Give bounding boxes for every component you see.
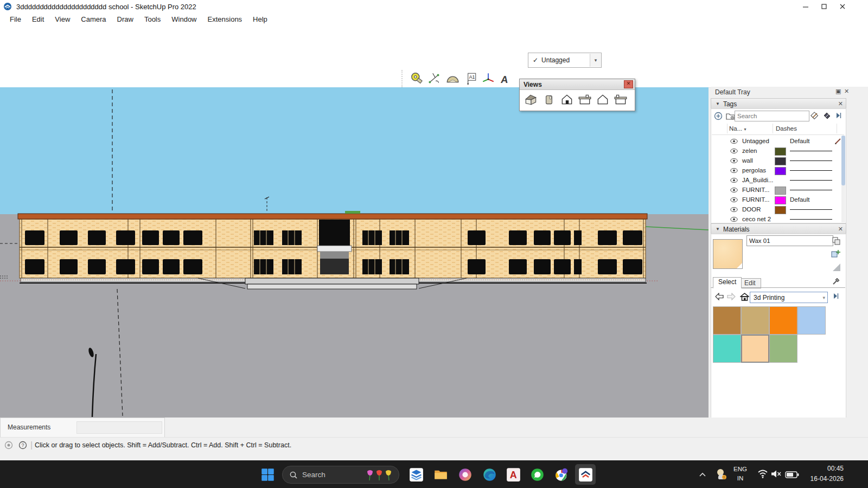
layers-app-icon[interactable] xyxy=(406,464,426,485)
edit-tag-icon[interactable] xyxy=(810,112,820,121)
tag-row[interactable]: DOOR xyxy=(711,205,841,215)
materials-close-icon[interactable]: ✕ xyxy=(838,226,843,233)
tag-row[interactable]: zelen xyxy=(711,146,841,156)
whatsapp-icon[interactable] xyxy=(527,464,547,485)
modeling-viewport[interactable] xyxy=(0,87,709,418)
tag-search-input[interactable] xyxy=(735,111,809,121)
chevron-down-icon[interactable]: ▾ xyxy=(590,54,601,67)
right-view-button[interactable] xyxy=(576,91,593,108)
menu-help[interactable]: Help xyxy=(247,14,273,24)
menu-window[interactable]: Window xyxy=(166,14,202,24)
weather-tray-icon[interactable]: ! xyxy=(715,467,729,483)
material-swatch[interactable] xyxy=(713,335,741,363)
sketchup-app-icon-active[interactable] xyxy=(575,464,596,485)
left-view-button[interactable] xyxy=(611,91,629,108)
menu-edit[interactable]: Edit xyxy=(27,14,49,24)
materials-section-header[interactable]: ▼ Materials ✕ xyxy=(711,223,846,235)
materials-details-icon[interactable] xyxy=(832,292,840,301)
visibility-eye-icon[interactable] xyxy=(730,197,738,204)
tag-color-swatch[interactable] xyxy=(775,196,786,204)
tags-scrollbar[interactable] xyxy=(841,136,845,222)
material-swatch[interactable] xyxy=(797,306,826,335)
text-icon[interactable]: A1 xyxy=(461,69,479,88)
tag-row[interactable]: FURNIT... Default xyxy=(711,195,841,205)
dash-style[interactable] xyxy=(790,170,832,171)
tags-section-header[interactable]: ▼ Tags ✕ xyxy=(711,98,846,110)
menu-draw[interactable]: Draw xyxy=(112,14,139,24)
visibility-eye-icon[interactable] xyxy=(730,158,738,165)
tag-color-swatch[interactable] xyxy=(775,147,786,156)
collapse-triangle-icon[interactable]: ▼ xyxy=(716,227,720,232)
minimize-button[interactable] xyxy=(796,1,815,12)
tag-row[interactable]: ceco net 2 xyxy=(711,215,841,222)
tag-row[interactable]: FURNIT... xyxy=(711,185,841,195)
edge-icon[interactable] xyxy=(479,464,500,485)
views-title-bar[interactable]: Views ✕ xyxy=(520,79,635,90)
material-swatch[interactable] xyxy=(769,306,797,335)
visibility-eye-icon[interactable] xyxy=(730,216,738,222)
copilot-icon[interactable] xyxy=(455,464,475,485)
sample-paint-eyedropper-icon[interactable] xyxy=(832,277,840,287)
tag-row[interactable]: JA_Buildi... xyxy=(711,176,841,185)
battery-icon[interactable] xyxy=(785,471,799,480)
3d-text-icon[interactable]: A xyxy=(497,69,515,88)
forward-arrow-icon[interactable] xyxy=(726,291,737,302)
tags-details-icon[interactable] xyxy=(835,112,843,121)
material-name-input[interactable] xyxy=(746,235,833,246)
visibility-eye-icon[interactable] xyxy=(730,187,738,195)
material-collection-dropdown[interactable]: 3d Printing ▾ xyxy=(750,292,828,303)
protractor-icon[interactable] xyxy=(443,69,461,88)
file-explorer-icon[interactable] xyxy=(430,464,451,485)
menu-camera[interactable]: Camera xyxy=(75,14,111,24)
in-model-home-icon[interactable] xyxy=(739,291,750,302)
collapse-triangle-icon[interactable]: ▼ xyxy=(716,101,720,106)
visibility-eye-icon[interactable] xyxy=(730,207,738,214)
dashes-column-header[interactable]: Dashes xyxy=(776,125,797,132)
purge-tags-icon[interactable] xyxy=(823,112,832,121)
taskbar-search[interactable]: Search xyxy=(282,466,399,484)
axes-icon[interactable] xyxy=(479,69,497,88)
wifi-icon[interactable] xyxy=(757,469,768,481)
language-indicator[interactable]: ENG IN xyxy=(733,465,747,483)
tray-close-icon[interactable]: ✕ xyxy=(844,88,849,95)
dimension-icon[interactable] xyxy=(425,69,443,88)
help-icon[interactable]: ? xyxy=(18,441,27,452)
tape-measure-icon[interactable] xyxy=(407,69,425,88)
autocad-icon[interactable]: A xyxy=(503,464,524,485)
active-tag-dropdown[interactable]: ✓ Untagged ▾ xyxy=(528,53,602,68)
tag-row[interactable]: wall xyxy=(711,156,841,166)
material-swatch[interactable] xyxy=(769,335,797,363)
secondary-pane-icon[interactable] xyxy=(832,237,840,247)
material-swatch[interactable] xyxy=(713,306,741,335)
tag-row[interactable]: pergolas xyxy=(711,166,841,176)
start-button[interactable] xyxy=(257,464,278,485)
material-preview[interactable] xyxy=(713,239,743,269)
add-tag-icon[interactable] xyxy=(714,112,723,122)
dash-style[interactable] xyxy=(790,180,832,181)
iso-view-button[interactable] xyxy=(522,91,540,108)
back-view-button[interactable] xyxy=(593,91,611,108)
tag-color-swatch[interactable] xyxy=(775,206,786,214)
maximize-button[interactable] xyxy=(815,1,833,12)
visibility-eye-icon[interactable] xyxy=(730,138,738,146)
tray-chevron-up-icon[interactable] xyxy=(699,470,706,480)
dash-style[interactable] xyxy=(790,190,832,190)
volume-muted-icon[interactable] xyxy=(771,470,782,480)
school-building[interactable] xyxy=(18,211,647,289)
pin-icon[interactable]: ▣ xyxy=(835,88,841,95)
tags-close-icon[interactable]: ✕ xyxy=(838,100,843,107)
material-swatch[interactable] xyxy=(741,306,769,335)
visibility-eye-icon[interactable] xyxy=(730,177,738,185)
name-column-header[interactable]: Na... ▾ xyxy=(729,125,746,132)
back-arrow-icon[interactable] xyxy=(714,291,725,302)
tag-color-swatch[interactable] xyxy=(775,167,786,175)
drag-handle-triangle-icon[interactable] xyxy=(832,263,841,273)
dash-style[interactable] xyxy=(790,151,832,151)
tag-color-swatch[interactable] xyxy=(775,157,786,165)
toolbar-handle[interactable] xyxy=(401,70,406,87)
visibility-eye-icon[interactable] xyxy=(730,168,738,175)
menu-extensions[interactable]: Extensions xyxy=(202,14,248,24)
visibility-eye-icon[interactable] xyxy=(730,148,738,156)
front-view-button[interactable] xyxy=(558,91,576,108)
views-close-icon[interactable]: ✕ xyxy=(624,80,633,88)
